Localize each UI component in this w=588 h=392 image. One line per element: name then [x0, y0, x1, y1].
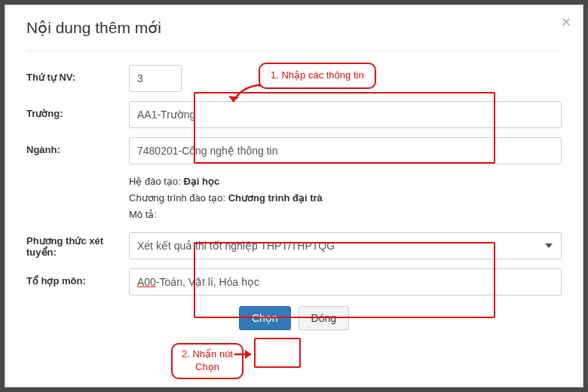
row-truong: Trường:	[26, 101, 562, 128]
label-tohop: Tổ hợp môn:	[26, 268, 129, 286]
row-tohop: Tổ hợp môn: A00-Toán, Vật lí, Hóa học	[26, 268, 562, 296]
input-truong[interactable]	[129, 101, 562, 128]
hedaotao-key: Hệ đào tạo:	[129, 176, 181, 187]
svg-marker-1	[245, 350, 251, 359]
modal-backdrop: × Nội dung thêm mới Thứ tự NV: Trường: N…	[0, 0, 588, 392]
label-truong: Trường:	[26, 101, 129, 119]
label-phuongthuc: Phương thức xét tuyển:	[26, 232, 129, 258]
input-thutu[interactable]	[129, 65, 182, 92]
label-thutu: Thứ tự NV:	[26, 65, 129, 83]
hedaotao-val: Đại học	[183, 176, 219, 187]
close-icon[interactable]: ×	[562, 14, 571, 29]
row-phuongthuc: Phương thức xét tuyển: Xét kết quả thi t…	[26, 232, 562, 259]
divider	[26, 51, 562, 51]
label-nganh: Ngành:	[26, 137, 129, 155]
chuongtrinh-val: Chương trình đại trà	[228, 192, 323, 204]
annotation-step2: 2. Nhấn nút Chọn	[171, 343, 243, 379]
chon-button[interactable]: Chọn	[239, 306, 291, 330]
annotation-step1: 1. Nhập các thông tin	[259, 63, 376, 89]
modal-dialog: × Nội dung thêm mới Thứ tự NV: Trường: N…	[5, 5, 583, 387]
modal-footer: Chọn Đóng	[26, 306, 562, 330]
input-nganh[interactable]	[129, 137, 562, 164]
mota-key: Mô tả:	[129, 209, 157, 220]
input-tohop[interactable]: A00-Toán, Vật lí, Hóa học	[129, 268, 562, 296]
modal-title: Nội dung thêm mới	[26, 19, 562, 37]
annotation-box-chon	[254, 338, 301, 368]
dong-button[interactable]: Đóng	[299, 306, 349, 330]
info-block: Hệ đào tạo: Đại học Chương trình đào tạo…	[129, 173, 562, 223]
select-phuongthuc[interactable]: Xét kết quả thi tốt nghiệp THPT/THPTQG	[129, 232, 562, 259]
tohop-rest: -Toán, Vật lí, Hóa học	[156, 276, 259, 288]
chuongtrinh-key: Chương trình đào tạo:	[129, 192, 225, 204]
row-nganh: Ngành:	[26, 137, 562, 164]
tohop-code: A00	[137, 276, 156, 288]
